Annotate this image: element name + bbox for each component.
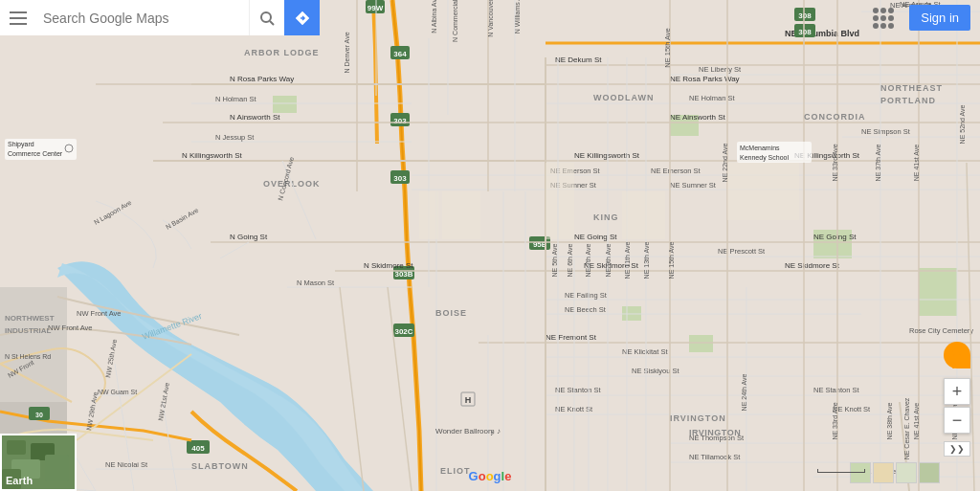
earth-thumbnail[interactable]: Earth xyxy=(0,434,77,491)
svg-text:IRVINGTON: IRVINGTON xyxy=(670,413,726,423)
svg-text:303: 303 xyxy=(393,174,407,183)
directions-button[interactable] xyxy=(284,0,320,35)
svg-text:N Mason St: N Mason St xyxy=(297,279,335,287)
svg-line-217 xyxy=(270,21,274,25)
svg-text:CONCORDIA: CONCORDIA xyxy=(804,112,866,122)
svg-text:NE Stanton St: NE Stanton St xyxy=(555,386,601,394)
svg-text:NE Stanton St: NE Stanton St xyxy=(813,386,859,394)
svg-rect-192 xyxy=(546,163,574,239)
svg-text:N Denver Ave: N Denver Ave xyxy=(344,32,350,73)
svg-text:N Jessup St: N Jessup St xyxy=(215,133,255,142)
svg-line-229 xyxy=(953,364,955,368)
svg-text:♪: ♪ xyxy=(490,429,494,437)
search-bar xyxy=(35,0,249,35)
svg-text:PORTLAND: PORTLAND xyxy=(880,96,936,105)
svg-text:NE 24th Ave: NE 24th Ave xyxy=(741,374,747,412)
svg-text:N Killingsworth St: N Killingsworth St xyxy=(182,151,242,160)
svg-rect-223 xyxy=(45,455,69,481)
svg-line-227 xyxy=(949,357,953,363)
svg-text:NE Going St: NE Going St xyxy=(813,233,857,241)
svg-text:NE 6th Ave: NE 6th Ave xyxy=(567,243,573,277)
svg-text:30: 30 xyxy=(35,412,43,418)
svg-text:NE 33rd Ave: NE 33rd Ave xyxy=(832,144,838,181)
svg-text:NORTHEAST: NORTHEAST xyxy=(880,83,943,93)
svg-rect-220 xyxy=(7,440,26,455)
svg-rect-194 xyxy=(727,163,799,220)
svg-text:NE 22nd Ave: NE 22nd Ave xyxy=(722,144,728,183)
pegman-button[interactable] xyxy=(944,342,970,368)
svg-text:NE Rosa Parks Way: NE Rosa Parks Way xyxy=(670,75,740,83)
svg-text:NE 33rd Ave: NE 33rd Ave xyxy=(832,402,838,439)
svg-text:ELIOT: ELIOT xyxy=(440,466,471,476)
map-container[interactable]: 364 303 303 303B 302C 99W 405 30 NE Colu… xyxy=(0,0,980,491)
search-input[interactable] xyxy=(43,11,196,26)
svg-text:NORTHWEST: NORTHWEST xyxy=(5,314,55,323)
svg-text:NE 52nd Ave: NE 52nd Ave xyxy=(959,105,966,145)
svg-rect-215 xyxy=(10,23,27,25)
svg-text:WOODLAWN: WOODLAWN xyxy=(593,93,655,102)
terrain-swatch-3[interactable] xyxy=(896,462,917,483)
svg-text:NE 41st Ave: NE 41st Ave xyxy=(913,403,920,440)
svg-text:NE Klickitat St: NE Klickitat St xyxy=(622,347,668,356)
svg-text:NE Liberty St: NE Liberty St xyxy=(699,65,742,74)
svg-text:405: 405 xyxy=(191,444,205,453)
zoom-out-button[interactable]: − xyxy=(944,407,970,434)
svg-text:N Rosa Parks Way: N Rosa Parks Way xyxy=(230,75,294,83)
svg-rect-213 xyxy=(10,11,27,13)
svg-text:McMenamins: McMenamins xyxy=(740,145,780,151)
svg-text:NE Holman St: NE Holman St xyxy=(689,94,735,102)
svg-rect-226 xyxy=(953,354,961,364)
svg-text:NE Fremont St: NE Fremont St xyxy=(546,333,597,342)
svg-text:SLABTOWN: SLABTOWN xyxy=(191,461,249,471)
terrain-swatch-2[interactable] xyxy=(873,462,894,483)
svg-text:N Holman St: N Holman St xyxy=(215,95,256,103)
zoom-in-button[interactable]: + xyxy=(944,378,970,405)
svg-text:N Going St: N Going St xyxy=(230,233,268,241)
svg-rect-8 xyxy=(689,335,713,352)
svg-text:NW Front Ave: NW Front Ave xyxy=(48,324,93,332)
svg-point-216 xyxy=(261,12,271,22)
svg-text:NE 38th Ave: NE 38th Ave xyxy=(886,403,893,440)
topbar xyxy=(0,0,980,35)
search-button[interactable] xyxy=(249,0,284,35)
svg-text:NE Dekum St: NE Dekum St xyxy=(555,56,602,64)
svg-text:NE 37th Ave: NE 37th Ave xyxy=(875,145,881,182)
svg-text:NE Ainsworth St: NE Ainsworth St xyxy=(670,113,726,122)
svg-text:H: H xyxy=(465,395,472,405)
svg-rect-6 xyxy=(919,268,957,316)
svg-text:NE Nicolai St: NE Nicolai St xyxy=(105,460,148,469)
expand-button[interactable]: ❯❯ xyxy=(944,441,970,457)
svg-text:NE 15th Ave: NE 15th Ave xyxy=(668,242,675,279)
svg-text:N Skidmore St: N Skidmore St xyxy=(364,261,413,270)
earth-label: Earth xyxy=(6,475,33,486)
svg-text:Shipyard: Shipyard xyxy=(8,141,34,148)
svg-text:NE Prescott St: NE Prescott St xyxy=(718,247,766,256)
svg-text:NE 9th Ave: NE 9th Ave xyxy=(605,243,612,277)
svg-text:NE Siskiyou St: NE Siskiyou St xyxy=(632,367,680,375)
svg-text:NE Killingsworth St: NE Killingsworth St xyxy=(574,151,640,160)
svg-text:N Ainsworth St: N Ainsworth St xyxy=(230,113,280,122)
svg-text:NE Tillamook St: NE Tillamook St xyxy=(689,453,741,461)
svg-text:NE Emerson St: NE Emerson St xyxy=(651,167,702,175)
svg-text:NE Cesar E. Chavez: NE Cesar E. Chavez xyxy=(903,397,910,459)
terrain-swatch-4[interactable] xyxy=(919,462,940,483)
svg-text:NE 41st Ave: NE 41st Ave xyxy=(913,145,920,182)
svg-text:NE Beech St: NE Beech St xyxy=(565,305,607,314)
svg-text:303: 303 xyxy=(393,117,407,125)
menu-button[interactable] xyxy=(0,0,35,35)
svg-text:Kennedy School: Kennedy School xyxy=(740,154,789,162)
svg-text:NE Failing St: NE Failing St xyxy=(565,291,608,300)
svg-text:302C: 302C xyxy=(394,327,412,336)
svg-rect-190 xyxy=(419,191,438,239)
svg-text:NE 11th Ave: NE 11th Ave xyxy=(624,242,631,279)
svg-text:KING: KING xyxy=(593,212,619,222)
svg-text:NE Simpson St: NE Simpson St xyxy=(861,127,911,136)
svg-line-230 xyxy=(959,364,961,368)
svg-rect-3 xyxy=(273,96,297,113)
map-controls: + − xyxy=(944,378,970,434)
svg-text:INDUSTRIAL: INDUSTRIAL xyxy=(5,326,52,335)
svg-rect-191 xyxy=(442,191,480,239)
svg-line-228 xyxy=(961,357,965,363)
svg-text:ARBOR LODGE: ARBOR LODGE xyxy=(244,48,320,57)
svg-text:N St Helens Rd: N St Helens Rd xyxy=(5,353,51,360)
